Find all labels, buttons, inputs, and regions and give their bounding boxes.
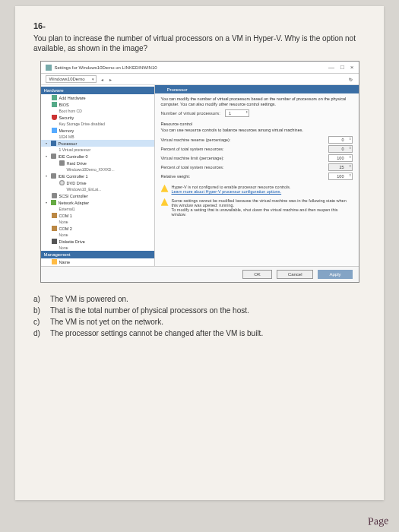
pct-total-label: Percent of total system resources: <box>161 147 328 151</box>
diskette-icon <box>52 239 57 244</box>
minimize-button[interactable]: — <box>328 64 334 71</box>
add-hardware-icon <box>52 95 57 100</box>
dialog-body: Hardware Add Hardware BIOS Boot from CD … <box>41 85 359 266</box>
answer-c-letter: c) <box>33 316 46 328</box>
dvd-sub: Windows10_EnLat... <box>41 186 154 192</box>
sidebar-item-processor[interactable]: Processor <box>41 140 154 147</box>
hdd-icon <box>59 160 65 166</box>
com1-icon <box>52 213 57 218</box>
answer-a-text: The VM is powered on. <box>50 293 128 305</box>
limit-input[interactable]: 100 <box>328 154 353 162</box>
management-header-label: Management <box>44 252 71 257</box>
warning-2-text: Some settings cannot be modified because… <box>172 198 353 217</box>
sidebar-item-com1[interactable]: COM 1 <box>41 212 154 219</box>
name-icon <box>52 259 57 264</box>
num-processors-label: Number of virtual processors: <box>161 111 220 116</box>
pct-limit-label: Percent of total system resources: <box>161 165 328 169</box>
hdd-label: Hard Drive <box>67 161 87 166</box>
weight-row: Relative weight: 100 <box>161 173 353 180</box>
sidebar-item-hdd[interactable]: Hard Drive <box>41 160 154 166</box>
answer-a-letter: a) <box>33 293 46 305</box>
close-button[interactable]: × <box>350 64 354 71</box>
ide0-icon <box>51 154 56 159</box>
sidebar-item-ide0[interactable]: IDE Controller 0 <box>41 153 154 160</box>
apply-button[interactable]: Apply <box>318 270 352 279</box>
com2-sub: None <box>41 232 154 238</box>
settings-dialog: Settings for Windows10Demo on LINKEDINWI… <box>40 61 359 283</box>
nav-row: Windows10Demo ◂ ▸ ↻ <box>41 74 359 85</box>
titlebar: Settings for Windows10Demo on LINKEDINWI… <box>41 62 359 74</box>
page-handwritten-label: Page <box>367 515 388 527</box>
sidebar-item-network[interactable]: Network Adapter <box>41 199 154 206</box>
answer-b-text: That is the total number of physical pro… <box>50 305 249 316</box>
refresh-icon[interactable]: ↻ <box>347 77 354 82</box>
weight-label: Relative weight: <box>161 174 328 179</box>
name-label: Name <box>59 260 71 264</box>
dvd-label: DVD Drive <box>67 181 87 185</box>
ok-button[interactable]: OK <box>242 270 272 279</box>
sidebar-item-security[interactable]: Security <box>41 114 154 121</box>
sidebar-item-ide1[interactable]: IDE Controller 1 <box>41 173 154 179</box>
scsi-icon <box>52 193 57 198</box>
limit-label: Virtual machine limit (percentage): <box>161 156 328 160</box>
shield-icon <box>52 115 57 120</box>
sidebar-item-dvd[interactable]: DVD Drive <box>41 179 154 186</box>
nav-back-icon[interactable]: ◂ <box>100 77 105 82</box>
answer-b: b) That is the total number of physical … <box>33 305 366 316</box>
memory-sub: 1024 MB <box>41 134 154 140</box>
num-processors-input[interactable]: 1 <box>225 109 249 117</box>
scsi-label: SCSI Controller <box>59 194 88 198</box>
answer-b-letter: b) <box>33 305 46 316</box>
answer-c: c) The VM is not yet on the network. <box>33 316 366 328</box>
warning-icon <box>161 185 169 192</box>
management-section-header: Management <box>41 251 154 258</box>
reserve-row: Virtual machine reserve (percentage): 0 <box>161 136 353 144</box>
ide1-icon <box>51 173 56 179</box>
cancel-button[interactable]: Cancel <box>277 270 314 279</box>
nav-forward-icon[interactable]: ▸ <box>108 77 113 82</box>
warning-block-1: Hyper-V is not configured to enable proc… <box>161 185 353 194</box>
pct-total-value: 0 <box>328 145 353 153</box>
answer-choices: a) The VM is powered on. b) That is the … <box>33 293 366 339</box>
window-title: Settings for Windows10Demo on LINKEDINWI… <box>55 65 328 70</box>
ide0-label: IDE Controller 0 <box>59 154 88 159</box>
maximize-button[interactable]: □ <box>340 64 344 71</box>
processor-label: Processor <box>59 141 78 146</box>
dialog-footer: OK Cancel Apply <box>41 266 359 282</box>
sidebar-item-bios[interactable]: BIOS <box>41 101 154 108</box>
security-sub: Key Storage Drive disabled <box>41 121 154 127</box>
add-hardware-label: Add Hardware <box>59 96 86 100</box>
processor-header-icon <box>160 87 165 92</box>
hardware-section-header: Hardware <box>41 87 154 94</box>
answer-d-letter: d) <box>33 328 46 339</box>
bios-icon <box>52 102 57 107</box>
warning-1-link[interactable]: Learn more about Hyper-V processor confi… <box>172 189 291 194</box>
sidebar-item-memory[interactable]: Memory <box>41 127 154 134</box>
sidebar-item-add-hardware[interactable]: Add Hardware <box>41 94 154 101</box>
security-label: Security <box>59 116 74 120</box>
network-icon <box>51 200 56 205</box>
resource-control-header: Resource control <box>161 122 353 126</box>
sidebar-item-diskette[interactable]: Diskette Drive <box>41 238 154 245</box>
weight-input[interactable]: 100 <box>328 173 353 180</box>
reserve-input[interactable]: 0 <box>328 136 353 144</box>
content-header-label: Processor <box>167 87 188 92</box>
settings-sidebar: Hardware Add Hardware BIOS Boot from CD … <box>41 85 155 266</box>
processor-sub: 1 Virtual processor <box>41 147 154 153</box>
com1-sub: None <box>41 219 154 225</box>
warning-block-2: Some settings cannot be modified because… <box>161 198 353 217</box>
resource-control-intro: You can use resource controls to balance… <box>161 128 353 133</box>
sidebar-item-com2[interactable]: COM 2 <box>41 225 154 232</box>
diskette-label: Diskette Drive <box>59 239 85 244</box>
content-pane: Processor You can modify the number of v… <box>155 85 359 266</box>
answer-a: a) The VM is powered on. <box>33 293 366 305</box>
sidebar-item-scsi[interactable]: SCSI Controller <box>41 192 154 199</box>
sidebar-item-name[interactable]: Name <box>41 258 154 265</box>
answer-c-text: The VM is not yet on the network. <box>50 316 163 328</box>
com1-label: COM 1 <box>59 214 72 218</box>
vm-selector[interactable]: Windows10Demo <box>46 75 97 83</box>
pct-total-row: Percent of total system resources: 0 <box>161 145 353 153</box>
app-icon <box>46 65 52 71</box>
pct-limit-row: Percent of total system resources: 25 <box>161 163 353 171</box>
processor-icon <box>51 141 56 146</box>
